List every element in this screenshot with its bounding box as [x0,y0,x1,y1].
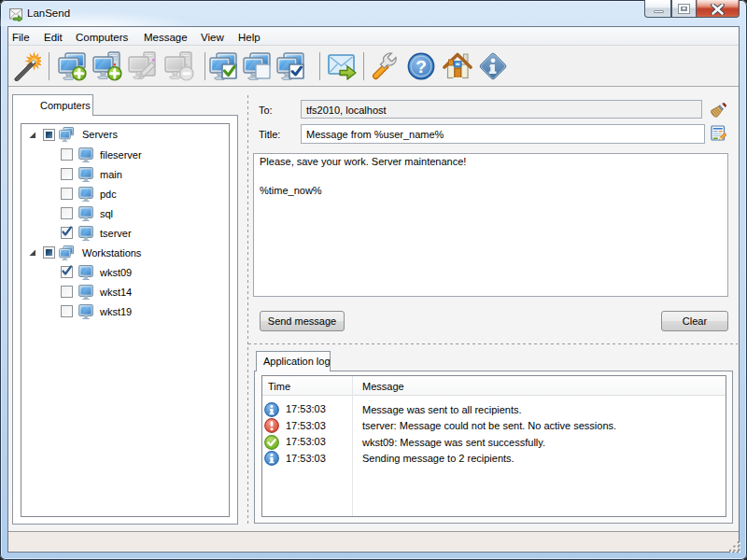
svg-text:?: ? [416,57,427,77]
